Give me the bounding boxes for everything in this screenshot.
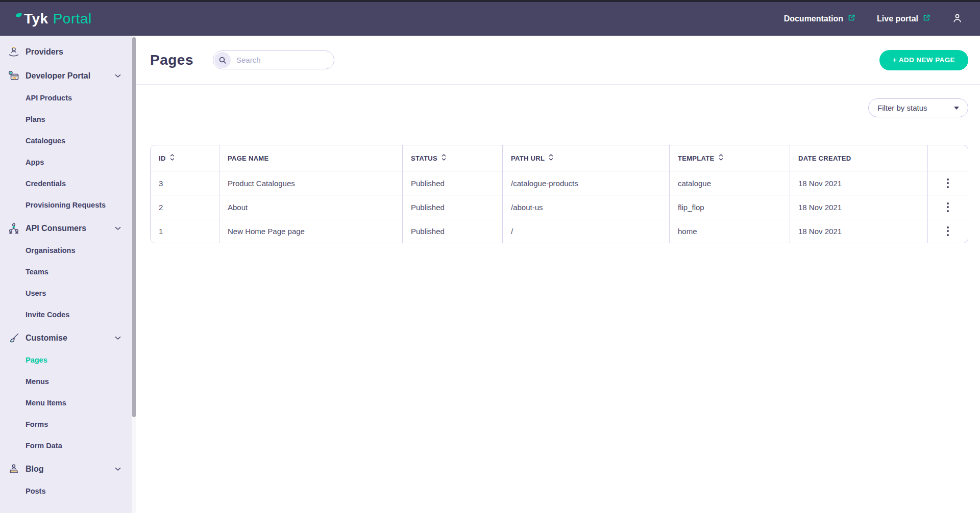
column-label: TEMPLATE xyxy=(678,155,715,162)
tyk-portal-logo[interactable]: Tyk Portal xyxy=(15,11,92,27)
user-icon xyxy=(952,13,963,25)
logo-brand-text: Tyk xyxy=(24,11,48,27)
sidebar-item-organisations[interactable]: Organisations xyxy=(0,240,136,261)
chevron-down-icon xyxy=(115,74,121,78)
cell-date-created: 18 Nov 2021 xyxy=(790,171,927,195)
sidebar-item-users[interactable]: Users xyxy=(0,283,136,304)
table-row: 2 About Published /about-us flip_flop 18… xyxy=(151,195,968,219)
sidebar-item-invite-codes[interactable]: Invite Codes xyxy=(0,304,136,325)
sidebar-item-posts[interactable]: Posts xyxy=(0,480,136,502)
column-label: PATH URL xyxy=(511,155,545,162)
table-header-row: ID PAGE NAME STATUS PATH URL xyxy=(151,145,968,171)
sidebar-item-provisioning-requests[interactable]: Provisioning Requests xyxy=(0,194,136,216)
sidebar-item-label: Invite Codes xyxy=(26,311,69,319)
cell-status: Published xyxy=(402,171,502,195)
providers-icon xyxy=(7,45,20,59)
sidebar-item-label: Developer Portal xyxy=(26,71,90,81)
sidebar-item-api-products[interactable]: API Products xyxy=(0,87,136,109)
column-header-page-name[interactable]: PAGE NAME xyxy=(219,145,402,171)
sidebar-item-developer-portal[interactable]: Developer Portal xyxy=(0,65,136,87)
sidebar-item-credentials[interactable]: Credentials xyxy=(0,173,136,194)
sidebar-item-providers[interactable]: Providers xyxy=(0,41,136,63)
cell-date-created: 18 Nov 2021 xyxy=(790,219,927,243)
cell-page-name: New Home Page page xyxy=(219,219,402,243)
sidebar-item-label: Catalogues xyxy=(26,137,65,145)
cell-template: flip_flop xyxy=(669,195,790,219)
sidebar-item-apps[interactable]: Apps xyxy=(0,151,136,173)
column-label: STATUS xyxy=(411,155,437,162)
cell-page-name: About xyxy=(219,195,402,219)
column-label: ID xyxy=(159,155,166,162)
sidebar-item-customise[interactable]: Customise xyxy=(0,327,136,349)
documentation-link-label: Documentation xyxy=(784,14,843,23)
cell-template: catalogue xyxy=(669,171,790,195)
sidebar-item-label: Apps xyxy=(26,158,44,166)
sidebar-item-label: Customise xyxy=(26,334,67,343)
column-header-template[interactable]: TEMPLATE xyxy=(669,145,790,171)
row-actions-kebab-button[interactable] xyxy=(942,199,954,215)
row-actions-kebab-button[interactable] xyxy=(942,175,954,191)
sort-icon xyxy=(170,153,175,163)
column-header-actions xyxy=(927,145,968,171)
sidebar-item-label: API Consumers xyxy=(26,224,86,233)
live-portal-link[interactable]: Live portal xyxy=(877,14,930,24)
sidebar-item-label: Users xyxy=(26,289,46,297)
sidebar-item-forms[interactable]: Forms xyxy=(0,414,136,435)
cell-status: Published xyxy=(402,195,502,219)
chevron-down-icon xyxy=(115,467,121,471)
sidebar-item-form-data[interactable]: Form Data xyxy=(0,435,136,456)
cell-date-created: 18 Nov 2021 xyxy=(790,195,927,219)
search-icon xyxy=(214,52,231,68)
cell-id: 3 xyxy=(151,171,219,195)
user-menu-button[interactable] xyxy=(952,13,963,25)
dropdown-caret-icon xyxy=(954,107,959,110)
sidebar-item-label: Posts xyxy=(26,487,46,495)
sidebar-item-api-consumers[interactable]: API Consumers xyxy=(0,217,136,240)
column-header-status[interactable]: STATUS xyxy=(402,145,502,171)
column-header-id[interactable]: ID xyxy=(151,145,219,171)
sidebar-item-label: Blog xyxy=(26,465,44,474)
cell-page-name: Product Catalogues xyxy=(219,171,402,195)
sidebar-item-teams[interactable]: Teams xyxy=(0,261,136,283)
cell-path-url: /catalogue-products xyxy=(502,171,669,195)
sidebar-item-label: API Products xyxy=(26,94,72,102)
filter-by-status-dropdown[interactable]: Filter by status xyxy=(868,98,968,117)
cell-path-url: / xyxy=(502,219,669,243)
developer-portal-icon xyxy=(7,69,20,83)
customise-icon xyxy=(7,331,20,345)
sidebar-item-plans[interactable]: Plans xyxy=(0,109,136,130)
sort-icon xyxy=(719,153,723,163)
sidebar-item-label: Form Data xyxy=(26,442,62,450)
sidebar-item-label: Forms xyxy=(26,420,48,428)
table-row: 1 New Home Page page Published / home 18… xyxy=(151,219,968,243)
sort-icon xyxy=(549,153,553,163)
row-actions-kebab-button[interactable] xyxy=(942,223,954,239)
sidebar-item-pages[interactable]: Pages xyxy=(0,349,136,371)
sidebar-scrollbar-track xyxy=(132,36,136,513)
search-input[interactable] xyxy=(231,56,333,64)
filter-row: Filter by status xyxy=(136,85,980,117)
column-label: PAGE NAME xyxy=(228,155,268,162)
sidebar-item-label: Provisioning Requests xyxy=(26,201,106,209)
table-row: 3 Product Catalogues Published /catalogu… xyxy=(151,171,968,195)
cell-status: Published xyxy=(402,219,502,243)
documentation-link[interactable]: Documentation xyxy=(784,14,855,24)
column-header-path-url[interactable]: PATH URL xyxy=(502,145,669,171)
sidebar-item-label: Pages xyxy=(26,356,47,364)
live-portal-link-label: Live portal xyxy=(877,14,918,23)
sidebar-item-blog[interactable]: Blog xyxy=(0,458,136,480)
pages-table: ID PAGE NAME STATUS PATH URL xyxy=(150,145,968,243)
column-label: DATE CREATED xyxy=(798,155,851,162)
sidebar-item-label: Menu Items xyxy=(26,399,66,407)
cell-id: 2 xyxy=(151,195,219,219)
tyk-leaf-icon xyxy=(15,12,22,21)
sidebar-item-catalogues[interactable]: Catalogues xyxy=(0,130,136,151)
sidebar-item-menu-items[interactable]: Menu Items xyxy=(0,392,136,414)
api-consumers-icon xyxy=(7,222,20,235)
cell-id: 1 xyxy=(151,219,219,243)
cell-template: home xyxy=(669,219,790,243)
sidebar-item-menus[interactable]: Menus xyxy=(0,371,136,392)
sidebar-scrollbar-thumb[interactable] xyxy=(132,37,136,417)
add-new-page-button[interactable]: + ADD NEW PAGE xyxy=(879,50,968,70)
filter-by-status-label: Filter by status xyxy=(877,104,927,112)
